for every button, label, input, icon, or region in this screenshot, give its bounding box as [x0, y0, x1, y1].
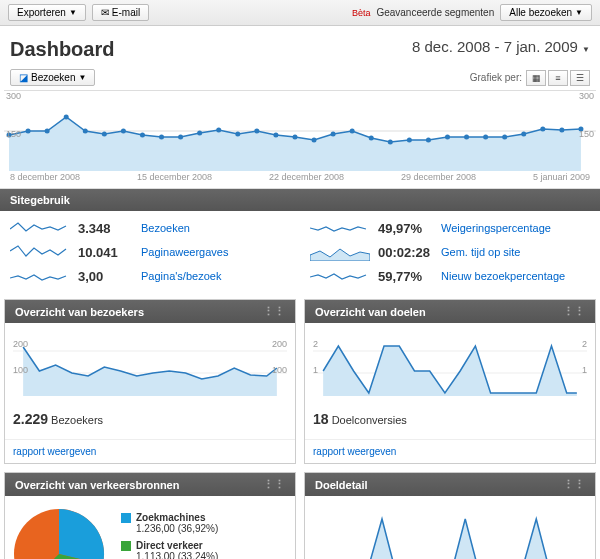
email-icon: ✉ — [101, 7, 109, 18]
usage-link[interactable]: Bezoeken — [141, 222, 190, 234]
sparkline — [310, 267, 370, 285]
dashboard-header: Dashboard 8 dec. 2008 - 7 jan. 2009 ▼ — [0, 26, 600, 69]
usage-value: 3,00 — [78, 269, 133, 284]
doeldetail-chart — [313, 504, 587, 559]
svg-point-25 — [464, 135, 469, 140]
legend-item: Direct verkeer1.113,00 (33,24%) — [121, 540, 219, 559]
report-link[interactable]: rapport weergeven — [305, 439, 595, 463]
svg-point-10 — [178, 135, 183, 140]
y-axis-label: 300 — [6, 91, 21, 101]
svg-point-22 — [407, 138, 412, 143]
panel-header[interactable]: Overzicht van bezoekers⋮⋮ — [5, 300, 295, 323]
svg-point-8 — [140, 133, 145, 138]
email-button[interactable]: ✉E-mail — [92, 4, 149, 21]
usage-link[interactable]: Pagina's/bezoek — [141, 270, 221, 282]
usage-row: 59,77%Nieuw bezoekpercentage — [310, 267, 590, 285]
svg-point-11 — [197, 131, 202, 136]
svg-point-23 — [426, 138, 431, 143]
usage-value: 3.348 — [78, 221, 133, 236]
svg-point-24 — [445, 135, 450, 140]
x-tick: 15 december 2008 — [137, 172, 212, 182]
usage-row: 3.348Bezoeken — [10, 219, 290, 237]
chart-controls: ◪ Bezoeken ▼ Grafiek per: ▦ ≡ ☰ — [0, 69, 600, 90]
drag-icon: ⋮⋮ — [563, 305, 585, 318]
view-month-button[interactable]: ☰ — [570, 70, 590, 86]
sparkline — [310, 243, 370, 261]
verkeer-panel: Overzicht van verkeersbronnen⋮⋮ Zoekmach… — [4, 472, 296, 559]
usage-link[interactable]: Gem. tijd op site — [441, 246, 520, 258]
x-tick: 22 december 2008 — [269, 172, 344, 182]
svg-point-16 — [292, 135, 297, 140]
view-week-button[interactable]: ≡ — [548, 70, 568, 86]
svg-point-29 — [540, 127, 545, 132]
svg-point-3 — [45, 129, 50, 134]
x-axis: 8 december 2008 15 december 2008 22 dece… — [0, 170, 600, 189]
traffic-pie-chart — [9, 504, 109, 559]
usage-grid: 3.348Bezoeken 10.041Paginaweergaves 3,00… — [0, 211, 600, 299]
svg-point-18 — [331, 132, 336, 137]
panel-stat: 18 Doelconversies — [313, 407, 587, 431]
y-axis-label: 150 — [579, 129, 594, 139]
usage-row: 3,00Pagina's/bezoek — [10, 267, 290, 285]
bezoekers-chart: 200 100 200 100 — [13, 331, 287, 401]
bezoekers-panel: Overzicht van bezoekers⋮⋮ 200 100 200 10… — [4, 299, 296, 464]
y-axis-label: 300 — [579, 91, 594, 101]
chevron-down-icon: ▼ — [69, 8, 77, 17]
usage-link[interactable]: Weigeringspercentage — [441, 222, 551, 234]
usage-value: 49,97% — [378, 221, 433, 236]
drag-icon: ⋮⋮ — [263, 478, 285, 491]
pie-legend: Zoekmachines1.236,00 (36,92%) Direct ver… — [121, 512, 219, 559]
segments-label: Geavanceerde segmenten — [376, 7, 494, 18]
view-day-button[interactable]: ▦ — [526, 70, 546, 86]
svg-point-2 — [26, 129, 31, 134]
drag-icon: ⋮⋮ — [263, 305, 285, 318]
svg-point-21 — [388, 140, 393, 145]
usage-row: 00:02:28Gem. tijd op site — [310, 243, 590, 261]
svg-point-28 — [521, 132, 526, 137]
chevron-down-icon: ▼ — [78, 73, 86, 82]
main-line-chart — [4, 91, 596, 171]
x-tick: 29 december 2008 — [401, 172, 476, 182]
toolbar-right: Bèta Geavanceerde segmenten Alle bezoeke… — [352, 4, 592, 21]
main-chart: 300 150 300 150 — [4, 90, 596, 170]
svg-point-14 — [254, 129, 259, 134]
toolbar: Exporteren▼ ✉E-mail Bèta Geavanceerde se… — [0, 0, 600, 26]
chevron-down-icon: ▼ — [575, 8, 583, 17]
all-visits-button[interactable]: Alle bezoeken▼ — [500, 4, 592, 21]
usage-row: 10.041Paginaweergaves — [10, 243, 290, 261]
panel-header[interactable]: Doeldetail⋮⋮ — [305, 473, 595, 496]
drag-icon: ⋮⋮ — [563, 478, 585, 491]
svg-point-27 — [502, 135, 507, 140]
legend-swatch — [121, 513, 131, 523]
doelen-chart: 2 1 2 1 — [313, 331, 587, 401]
usage-value: 00:02:28 — [378, 245, 433, 260]
page-title: Dashboard — [10, 38, 114, 61]
x-tick: 5 januari 2009 — [533, 172, 590, 182]
usage-link[interactable]: Nieuw bezoekpercentage — [441, 270, 565, 282]
usage-row: 49,97%Weigeringspercentage — [310, 219, 590, 237]
legend-item: Zoekmachines1.236,00 (36,92%) — [121, 512, 219, 534]
svg-point-26 — [483, 135, 488, 140]
svg-point-20 — [369, 136, 374, 141]
sparkline — [10, 243, 70, 261]
panel-stat: 2.229 Bezoekers — [13, 407, 287, 431]
svg-point-17 — [312, 138, 317, 143]
metric-selector[interactable]: ◪ Bezoeken ▼ — [10, 69, 95, 86]
export-button[interactable]: Exporteren▼ — [8, 4, 86, 21]
chevron-down-icon: ▼ — [582, 45, 590, 54]
report-link[interactable]: rapport weergeven — [5, 439, 295, 463]
sparkline — [10, 219, 70, 237]
y-axis-label: 150 — [6, 129, 21, 139]
svg-point-15 — [273, 133, 278, 138]
sparkline — [310, 219, 370, 237]
usage-link[interactable]: Paginaweergaves — [141, 246, 228, 258]
panel-header[interactable]: Overzicht van doelen⋮⋮ — [305, 300, 595, 323]
svg-point-4 — [64, 115, 69, 120]
usage-value: 59,77% — [378, 269, 433, 284]
sitegebruik-header: Sitegebruik — [0, 189, 600, 211]
legend-swatch — [121, 541, 131, 551]
sparkline — [10, 267, 70, 285]
x-tick: 8 december 2008 — [10, 172, 80, 182]
panel-header[interactable]: Overzicht van verkeersbronnen⋮⋮ — [5, 473, 295, 496]
date-range-picker[interactable]: 8 dec. 2008 - 7 jan. 2009 ▼ — [412, 38, 590, 55]
